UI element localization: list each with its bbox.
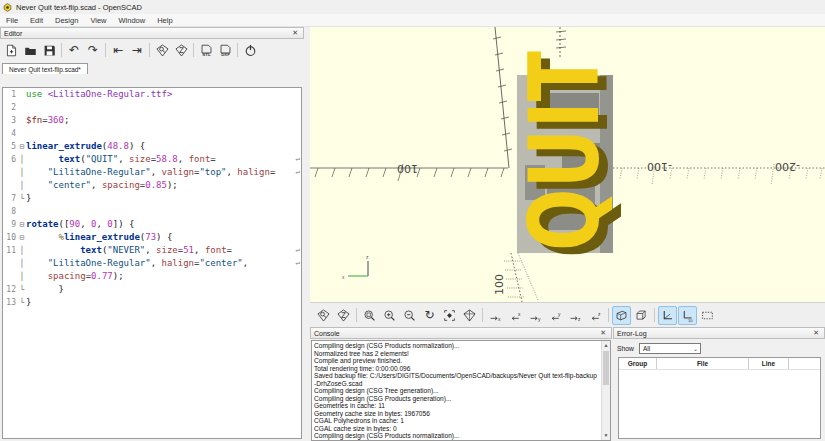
code-text bbox=[26, 205, 301, 218]
save-icon[interactable] bbox=[40, 41, 58, 59]
editor-tab-bar: Never Quit text-flip.scad* bbox=[0, 61, 304, 74]
editor-close-icon[interactable]: ✕ bbox=[290, 29, 300, 37]
viewport-toolbar: ↻xxyyzz10 bbox=[310, 302, 825, 327]
code-row[interactable]: 11│ text("NEVER", size=51, font=↩ bbox=[3, 244, 301, 257]
view-left-icon[interactable]: x bbox=[506, 306, 525, 325]
column-header-line[interactable]: Line bbox=[749, 358, 789, 369]
scroll-down-icon[interactable]: ▼ bbox=[602, 431, 610, 440]
code-row[interactable]: 5⊟linear_extrude(48.8) { bbox=[3, 140, 301, 153]
zoom-in-icon[interactable] bbox=[380, 306, 399, 325]
line-number: 11 bbox=[3, 244, 18, 257]
show-axes-icon[interactable] bbox=[658, 306, 677, 325]
show-scale-markers-icon[interactable]: 10 bbox=[678, 306, 697, 325]
fold-marker[interactable]: ⊟ bbox=[18, 140, 26, 153]
error-filter-value: All bbox=[643, 345, 650, 352]
menu-design[interactable]: Design bbox=[49, 16, 84, 25]
code-row[interactable]: 8 bbox=[3, 205, 301, 218]
view-back-icon[interactable]: z bbox=[586, 306, 605, 325]
console-panel: Console ✕ Compiling design (CSG Products… bbox=[310, 327, 612, 441]
export-stl-icon[interactable]: STL bbox=[197, 41, 215, 59]
code-row[interactable]: 7└} bbox=[3, 192, 301, 205]
code-area[interactable]: 1use <LilitaOne-Regular.ttf>23$fn=360;45… bbox=[2, 87, 302, 439]
window-title: Never Quit text-flip.scad - OpenSCAD bbox=[16, 3, 142, 12]
console-line: CGAL Polyhedrons in cache: 1 bbox=[314, 417, 598, 425]
line-number: 4 bbox=[3, 127, 18, 140]
view-all-icon[interactable] bbox=[440, 306, 459, 325]
code-text: } bbox=[26, 192, 301, 205]
orthogonal-icon[interactable] bbox=[632, 306, 651, 325]
preview-icon[interactable] bbox=[314, 306, 333, 325]
code-row[interactable]: │ "LilitaOne-Regular", halign="center",↩ bbox=[3, 257, 301, 270]
view-bottom-icon[interactable]: y bbox=[546, 306, 565, 325]
show-crosshairs-icon[interactable] bbox=[698, 306, 717, 325]
svg-text:y: y bbox=[558, 311, 561, 316]
chevron-down-icon: ⌄ bbox=[693, 345, 700, 352]
fold-marker[interactable]: ⊟ bbox=[18, 231, 26, 244]
3d-viewport[interactable]: 100 -100 -200 bbox=[310, 27, 825, 302]
code-row[interactable]: │ "LilitaOne-Regular", valign="top", hal… bbox=[3, 166, 301, 179]
svg-text:STL: STL bbox=[202, 52, 211, 57]
unindent-icon[interactable]: ⇤ bbox=[109, 41, 127, 59]
menu-help[interactable]: Help bbox=[151, 16, 178, 25]
new-file-icon[interactable] bbox=[2, 41, 20, 59]
console-line: Compiling design (CSG Products generatio… bbox=[314, 395, 598, 403]
undo-icon[interactable]: ↶ bbox=[65, 41, 83, 59]
show-edges-icon[interactable] bbox=[460, 306, 479, 325]
code-row[interactable]: 2 bbox=[3, 101, 301, 114]
open-icon[interactable] bbox=[21, 41, 39, 59]
view-top-icon[interactable]: y bbox=[526, 306, 545, 325]
view-front-icon[interactable]: z bbox=[566, 306, 585, 325]
line-number bbox=[3, 257, 18, 270]
render-icon[interactable] bbox=[334, 306, 353, 325]
console-close-icon[interactable]: ✕ bbox=[598, 329, 608, 337]
menu-window[interactable]: Window bbox=[113, 16, 152, 25]
error-filter-dropdown[interactable]: All ⌄ bbox=[639, 343, 701, 354]
fold-marker: │ bbox=[18, 257, 26, 270]
error-log-header: Error-Log ✕ bbox=[613, 327, 825, 339]
scroll-up-icon[interactable]: ▲ bbox=[602, 341, 610, 350]
menu-view[interactable]: View bbox=[84, 16, 112, 25]
reset-view-icon[interactable]: ↻ bbox=[420, 306, 439, 325]
code-row[interactable]: 4 bbox=[3, 127, 301, 140]
axis-label-neg100: -100 bbox=[647, 160, 672, 173]
zoom-out-icon[interactable] bbox=[400, 306, 419, 325]
menu-edit[interactable]: Edit bbox=[24, 16, 49, 25]
console-log[interactable]: Compiling design (CSG Products normaliza… bbox=[311, 340, 611, 441]
error-log-table: Group File Line bbox=[618, 357, 821, 439]
redo-icon[interactable]: ↷ bbox=[84, 41, 102, 59]
axis-label-100: 100 bbox=[397, 162, 418, 175]
code-row[interactable]: 10⊟ %linear_extrude(73) { bbox=[3, 231, 301, 244]
render-icon[interactable] bbox=[172, 41, 190, 59]
code-row[interactable]: │ "center", spacing=0.85); bbox=[3, 179, 301, 192]
wrap-indicator-icon: ↩ bbox=[295, 153, 300, 166]
code-row[interactable]: 9⊟rotate([90, 0, 0]) { bbox=[3, 218, 301, 231]
view-right-icon[interactable]: x bbox=[486, 306, 505, 325]
code-row[interactable]: 3$fn=360; bbox=[3, 114, 301, 127]
line-number: 2 bbox=[3, 101, 18, 114]
menu-file[interactable]: File bbox=[0, 16, 24, 25]
code-row[interactable]: 6│ text("QUIT", size=58.8, font=↩ bbox=[3, 153, 301, 166]
column-header-file[interactable]: File bbox=[657, 358, 749, 369]
indent-icon[interactable]: ⇥ bbox=[128, 41, 146, 59]
console-scrollbar[interactable]: ▲ ▼ bbox=[601, 341, 610, 440]
line-number: 6 bbox=[3, 153, 18, 166]
code-row[interactable]: 1use <LilitaOne-Regular.ttf> bbox=[3, 88, 301, 101]
code-row[interactable]: 13└} bbox=[3, 296, 301, 309]
svg-text:x: x bbox=[518, 311, 521, 316]
code-text: text("NEVER", size=51, font= bbox=[26, 244, 301, 257]
fold-marker: │ bbox=[18, 153, 26, 166]
code-row[interactable]: │ spacing=0.77); bbox=[3, 270, 301, 283]
perspective-icon[interactable] bbox=[612, 306, 631, 325]
wrap-indicator-icon: ↩ bbox=[295, 257, 300, 270]
viewport-canvas: 100 -100 -200 bbox=[310, 27, 825, 302]
code-row[interactable]: 12└ } bbox=[3, 283, 301, 296]
error-log-close-icon[interactable]: ✕ bbox=[811, 329, 821, 337]
zoom-all-icon[interactable] bbox=[360, 306, 379, 325]
tab-current-file[interactable]: Never Quit text-flip.scad* bbox=[2, 63, 88, 74]
scrollbar-thumb[interactable] bbox=[603, 351, 609, 385]
column-header-group[interactable]: Group bbox=[619, 358, 657, 369]
export-dxf-icon[interactable]: DXF bbox=[216, 41, 234, 59]
fold-marker[interactable]: ⊟ bbox=[18, 218, 26, 231]
send-to-printer-icon[interactable] bbox=[241, 41, 259, 59]
preview-icon[interactable] bbox=[153, 41, 171, 59]
